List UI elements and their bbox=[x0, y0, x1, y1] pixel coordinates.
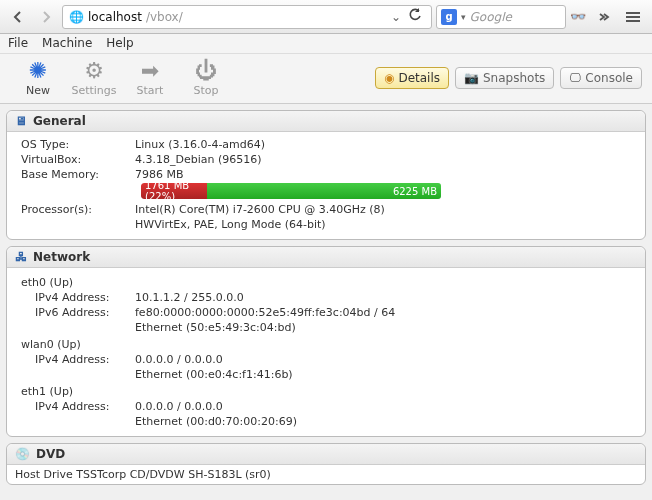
iface-name: eth0 (Up) bbox=[15, 276, 637, 289]
panel-general: 🖥 General OS Type:Linux (3.16.0-4-amd64)… bbox=[6, 110, 646, 240]
value-processor1: Intel(R) Core(TM) i7-2600 CPU @ 3.40GHz … bbox=[135, 203, 637, 216]
label-ipv6: IPv6 Address: bbox=[15, 306, 135, 319]
monitor-icon: 🖵 bbox=[569, 71, 581, 85]
value-mac: Ethernet (50:e5:49:3c:04:bd) bbox=[135, 321, 637, 334]
value-ipv6: fe80:0000:0000:0000:52e5:49ff:fe3c:04bd … bbox=[135, 306, 637, 319]
gear-icon: ⚙ bbox=[84, 58, 104, 82]
menu-machine[interactable]: Machine bbox=[42, 36, 92, 50]
menubar: File Machine Help bbox=[0, 34, 652, 54]
label-processors: Processor(s): bbox=[15, 203, 135, 216]
label-ipv4: IPv4 Address: bbox=[15, 400, 135, 413]
back-button[interactable] bbox=[6, 5, 30, 29]
overflow-button[interactable] bbox=[590, 5, 616, 29]
forward-button[interactable] bbox=[34, 5, 58, 29]
url-bar[interactable]: 🌐 localhost/vbox/ ⌄ bbox=[62, 5, 432, 29]
panel-dvd-title: DVD bbox=[36, 447, 65, 461]
network-icon: 🖧 bbox=[15, 250, 27, 264]
details-icon: ◉ bbox=[384, 71, 394, 85]
settings-button[interactable]: ⚙ Settings bbox=[66, 58, 122, 97]
panel-dvd-header: 💿 DVD bbox=[7, 444, 645, 465]
tab-details[interactable]: ◉ Details bbox=[375, 67, 449, 89]
tab-snapshots[interactable]: 📷 Snapshots bbox=[455, 67, 554, 89]
label-base-memory: Base Memory: bbox=[15, 168, 135, 181]
search-bar[interactable]: g ▾ Google bbox=[436, 5, 566, 29]
computer-icon: 🖥 bbox=[15, 114, 27, 128]
action-toolbar: ✺ New ⚙ Settings ➡ Start ⏻ Stop ◉ Detail… bbox=[0, 54, 652, 104]
value-ipv4: 10.1.1.2 / 255.0.0.0 bbox=[135, 291, 637, 304]
power-icon: ⏻ bbox=[195, 58, 217, 82]
url-host: localhost bbox=[88, 10, 142, 24]
value-ipv4: 0.0.0.0 / 0.0.0.0 bbox=[135, 400, 637, 413]
panel-general-header: 🖥 General bbox=[7, 111, 645, 132]
iface-name: wlan0 (Up) bbox=[15, 338, 637, 351]
chevron-down-icon[interactable]: ⌄ bbox=[391, 10, 401, 24]
stop-button[interactable]: ⏻ Stop bbox=[178, 58, 234, 97]
search-placeholder: Google bbox=[470, 10, 512, 24]
start-button[interactable]: ➡ Start bbox=[122, 58, 178, 97]
iface-name: eth1 (Up) bbox=[15, 385, 637, 398]
new-button[interactable]: ✺ New bbox=[10, 58, 66, 97]
content-area: 🖥 General OS Type:Linux (3.16.0-4-amd64)… bbox=[0, 104, 652, 497]
memory-free-segment: 6225 MB bbox=[207, 183, 441, 199]
value-mac: Ethernet (00:d0:70:00:20:69) bbox=[135, 415, 637, 428]
value-os-type: Linux (3.16.0-4-amd64) bbox=[135, 138, 637, 151]
chevron-down-icon[interactable]: ▾ bbox=[461, 12, 466, 22]
value-mac: Ethernet (00:e0:4c:f1:41:6b) bbox=[135, 368, 637, 381]
value-base-memory: 7986 MB bbox=[135, 168, 637, 181]
value-processor2: HWVirtEx, PAE, Long Mode (64-bit) bbox=[135, 218, 637, 231]
binoculars-icon[interactable]: 👓 bbox=[570, 9, 586, 24]
disc-icon: 💿 bbox=[15, 447, 30, 461]
reload-button[interactable] bbox=[405, 8, 425, 25]
menu-help[interactable]: Help bbox=[106, 36, 133, 50]
panel-dvd: 💿 DVD Host Drive TSSTcorp CD/DVDW SH-S18… bbox=[6, 443, 646, 485]
value-virtualbox: 4.3.18_Debian (96516) bbox=[135, 153, 637, 166]
label-ipv4: IPv4 Address: bbox=[15, 353, 135, 366]
label-ipv4: IPv4 Address: bbox=[15, 291, 135, 304]
panel-network: 🖧 Network eth0 (Up) IPv4 Address:10.1.1.… bbox=[6, 246, 646, 437]
memory-used-segment: 1761 MB (22%) bbox=[141, 183, 207, 199]
browser-toolbar: 🌐 localhost/vbox/ ⌄ g ▾ Google 👓 bbox=[0, 0, 652, 34]
dvd-drive-value: Host Drive TSSTcorp CD/DVDW SH-S183L (sr… bbox=[7, 465, 645, 484]
panel-network-header: 🖧 Network bbox=[7, 247, 645, 268]
menu-file[interactable]: File bbox=[8, 36, 28, 50]
tab-console[interactable]: 🖵 Console bbox=[560, 67, 642, 89]
url-path: /vbox/ bbox=[146, 10, 183, 24]
panel-general-title: General bbox=[33, 114, 86, 128]
hamburger-menu-button[interactable] bbox=[620, 5, 646, 29]
label-os-type: OS Type: bbox=[15, 138, 135, 151]
arrow-right-icon: ➡ bbox=[141, 58, 159, 82]
google-icon: g bbox=[441, 9, 457, 25]
memory-bar: 1761 MB (22%) 6225 MB bbox=[141, 183, 441, 199]
value-ipv4: 0.0.0.0 / 0.0.0.0 bbox=[135, 353, 637, 366]
starburst-icon: ✺ bbox=[29, 58, 47, 82]
panel-network-title: Network bbox=[33, 250, 90, 264]
globe-icon: 🌐 bbox=[69, 10, 84, 24]
label-virtualbox: VirtualBox: bbox=[15, 153, 135, 166]
camera-icon: 📷 bbox=[464, 71, 479, 85]
